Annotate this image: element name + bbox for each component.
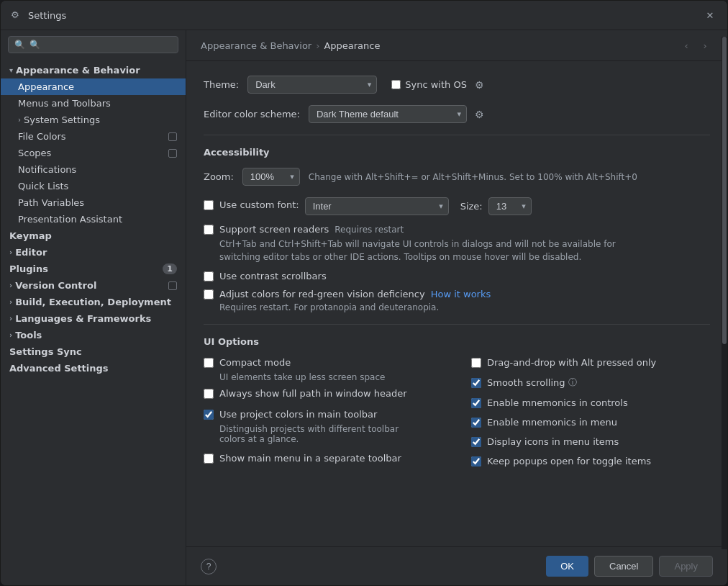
divider-accessibility	[204, 135, 710, 135]
contrast-scrollbars-label: Use contrast scrollbars	[219, 271, 327, 281]
popups-toggle-checkbox[interactable]	[471, 456, 481, 466]
screen-readers-checkbox-row: Support screen readers Requires restart	[204, 224, 710, 235]
plugins-badge: 1	[163, 263, 177, 274]
back-button[interactable]: ‹	[678, 37, 694, 53]
color-scheme-select[interactable]: Dark Theme default Darcula IntelliJ Ligh…	[309, 105, 467, 123]
drag-drop-label: Drag-and-drop with Alt pressed only	[487, 357, 656, 368]
compact-mode-checkbox-row: Compact mode	[204, 357, 442, 368]
search-icon: 🔍	[14, 40, 25, 50]
chevron-right-icon: ›	[18, 116, 21, 124]
forward-button[interactable]: ›	[697, 37, 713, 53]
sidebar-item-quick-lists[interactable]: Quick Lists	[1, 178, 186, 194]
sync-label: Sync with OS	[405, 79, 467, 90]
mnemonics-controls-label: Enable mnemonics in controls	[487, 397, 628, 408]
chevron-right-icon: ›	[9, 281, 12, 289]
sidebar-item-build-execution[interactable]: › Build, Execution, Deployment	[1, 294, 186, 310]
contrast-scrollbars-checkbox-row: Use contrast scrollbars	[204, 271, 710, 281]
content-area: 🔍 ▾ Appearance & Behavior Appearance Men…	[1, 30, 727, 585]
size-select[interactable]: 13 11 12 14 16	[488, 197, 532, 215]
sync-gear-button[interactable]: ⚙	[471, 76, 488, 94]
sidebar-item-path-variables[interactable]: Path Variables	[1, 194, 186, 211]
zoom-label: Zoom:	[204, 171, 234, 182]
mnemonics-controls-checkbox-row: Enable mnemonics in controls	[471, 397, 710, 408]
sidebar-item-languages-frameworks[interactable]: › Languages & Frameworks	[1, 310, 186, 327]
sidebar-item-notifications[interactable]: Notifications	[1, 161, 186, 178]
sidebar-item-label: Scopes	[18, 148, 51, 158]
sidebar-item-label: Notifications	[18, 164, 76, 175]
sidebar-item-appearance[interactable]: Appearance	[1, 78, 186, 95]
sidebar-item-file-colors[interactable]: File Colors	[1, 128, 186, 145]
icons-menu-checkbox[interactable]	[471, 437, 481, 447]
popups-toggle-label: Keep popups open for toggle items	[487, 456, 651, 466]
cancel-button[interactable]: Cancel	[594, 556, 653, 577]
mnemonics-menu-label: Enable mnemonics in menu	[487, 417, 617, 428]
sidebar: 🔍 ▾ Appearance & Behavior Appearance Men…	[1, 30, 186, 585]
sidebar-item-label: Keymap	[9, 230, 52, 241]
color-scheme-gear-button[interactable]: ⚙	[471, 106, 488, 123]
zoom-hint: Change with Alt+Shift+= or Alt+Shift+Min…	[309, 172, 637, 182]
zoom-select[interactable]: 100% 75% 125% 150%	[242, 168, 300, 186]
sidebar-item-tools[interactable]: › Tools	[1, 327, 186, 343]
sidebar-item-system-settings[interactable]: › System Settings	[1, 112, 186, 128]
sidebar-item-presentation-assistant[interactable]: Presentation Assistant	[1, 211, 186, 227]
ok-button[interactable]: OK	[546, 556, 588, 577]
color-scheme-select-wrapper: Dark Theme default Darcula IntelliJ Ligh…	[309, 105, 467, 123]
search-box[interactable]: 🔍	[8, 36, 178, 53]
mnemonics-menu-checkbox[interactable]	[471, 418, 481, 428]
font-select[interactable]: Inter JetBrains Mono Consolas	[305, 197, 449, 215]
font-select-wrapper: Inter JetBrains Mono Consolas	[305, 197, 449, 215]
sidebar-item-label: Appearance	[18, 81, 74, 92]
compact-mode-checkbox[interactable]	[204, 358, 214, 368]
sidebar-item-label: Tools	[15, 330, 42, 341]
sidebar-item-advanced-settings[interactable]: Advanced Settings	[1, 360, 186, 377]
sidebar-item-editor[interactable]: › Editor	[1, 244, 186, 261]
theme-select[interactable]: Dark Light Darcula High Contrast	[247, 76, 377, 94]
full-path-label: Always show full path in window header	[219, 388, 407, 399]
sync-with-os-checkbox[interactable]	[391, 80, 401, 89]
search-input[interactable]	[29, 40, 172, 50]
sidebar-item-label: System Settings	[24, 114, 100, 125]
icons-menu-label: Display icons in menu items	[487, 436, 619, 447]
size-label: Size:	[460, 201, 483, 212]
chevron-down-icon: ▾	[9, 66, 13, 74]
smooth-scrolling-checkbox-row: Smooth scrolling ⓘ	[471, 377, 710, 389]
sidebar-item-settings-sync[interactable]: Settings Sync	[1, 343, 186, 360]
mnemonics-controls-checkbox[interactable]	[471, 398, 481, 408]
chevron-right-icon: ›	[9, 298, 12, 306]
sidebar-item-label: Path Variables	[18, 197, 84, 208]
sidebar-item-label: Settings Sync	[9, 346, 82, 357]
sidebar-item-scopes[interactable]: Scopes	[1, 145, 186, 161]
breadcrumb-current: Appearance	[324, 40, 380, 51]
scrollbar-thumb[interactable]	[722, 37, 727, 344]
project-colors-checkbox[interactable]	[204, 410, 214, 420]
how-it-works-link[interactable]: How it works	[431, 289, 491, 299]
sidebar-item-plugins[interactable]: Plugins 1	[1, 261, 186, 277]
full-path-checkbox[interactable]	[204, 389, 214, 399]
help-button[interactable]: ?	[201, 559, 217, 574]
screen-readers-checkbox[interactable]	[204, 225, 214, 235]
custom-font-checkbox[interactable]	[204, 200, 214, 210]
apply-button[interactable]: Apply	[659, 556, 713, 577]
scrollbar-track[interactable]	[722, 37, 727, 549]
sidebar-item-version-control[interactable]: › Version Control	[1, 277, 186, 294]
contrast-scrollbars-checkbox[interactable]	[204, 271, 214, 281]
red-green-checkbox[interactable]	[204, 289, 214, 299]
sidebar-item-appearance-behavior[interactable]: ▾ Appearance & Behavior	[1, 62, 186, 78]
sidebar-item-keymap[interactable]: Keymap	[1, 227, 186, 244]
screen-readers-note: Ctrl+Tab and Ctrl+Shift+Tab will navigat…	[219, 238, 710, 263]
nav-tree: ▾ Appearance & Behavior Appearance Menus…	[1, 59, 186, 379]
sidebar-item-label: Appearance & Behavior	[16, 65, 140, 76]
font-row: Use custom font: Inter JetBrains Mono Co…	[204, 197, 710, 215]
close-button[interactable]: ✕	[703, 8, 717, 22]
red-green-label: Adjust colors for red-green vision defic…	[219, 289, 425, 299]
drag-drop-checkbox[interactable]	[471, 358, 481, 368]
file-colors-badge	[168, 132, 177, 141]
sidebar-item-menus-toolbars[interactable]: Menus and Toolbars	[1, 95, 186, 112]
separate-toolbar-checkbox[interactable]	[204, 454, 214, 464]
smooth-scrolling-info-icon[interactable]: ⓘ	[568, 377, 577, 389]
mnemonics-menu-checkbox-row: Enable mnemonics in menu	[471, 417, 710, 428]
sidebar-item-label: Presentation Assistant	[18, 214, 122, 225]
sidebar-item-label: Version Control	[15, 280, 96, 291]
sidebar-item-label: Plugins	[9, 263, 48, 274]
smooth-scrolling-checkbox[interactable]	[471, 378, 481, 388]
